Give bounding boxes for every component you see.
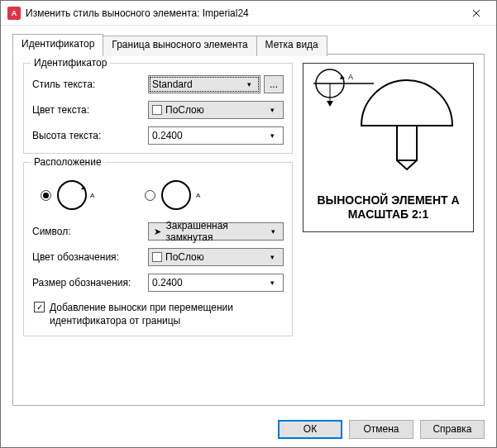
arrangement-option-1[interactable]: A	[41, 178, 95, 212]
mark-size-combo[interactable]: 0.2400 ▾	[148, 274, 284, 292]
arrangement-option-2[interactable]: A	[145, 178, 203, 212]
preview-pane: A ВЫНОСНОЙ ЭЛЕМЕНТ A МАСШТАБ 2:1	[303, 63, 474, 232]
text-style-browse-button[interactable]: ...	[264, 75, 284, 93]
add-leader-label: Добавление выноски при перемещении идент…	[50, 301, 284, 327]
chevron-down-icon: ▾	[265, 279, 280, 287]
tab-identifier[interactable]: Идентификатор	[12, 34, 103, 55]
text-style-label: Стиль текста:	[32, 79, 148, 90]
radio-icon	[41, 190, 51, 201]
mark-size-value: 0.2400	[152, 277, 183, 288]
mark-color-combo[interactable]: ПоСлою ▾	[148, 248, 284, 266]
preview-illustration: A	[303, 64, 465, 188]
left-column: Идентификатор Стиль текста: Standard ▾ .…	[23, 63, 293, 397]
arrangement-radio-row: A A	[32, 174, 284, 222]
mark-color-label: Цвет обозначения:	[32, 251, 148, 263]
text-height-label: Высота текста:	[32, 130, 148, 141]
svg-point-2	[162, 181, 190, 209]
ok-button[interactable]: ОК	[278, 420, 342, 439]
tab-view-label[interactable]: Метка вида	[256, 36, 327, 56]
tab-boundary[interactable]: Граница выносного элемента	[103, 36, 256, 56]
group-identifier-legend: Идентификатор	[31, 57, 110, 69]
add-leader-checkbox[interactable]: ✓	[34, 302, 45, 312]
mark-size-label: Размер обозначения:	[32, 277, 148, 288]
cancel-button[interactable]: Отмена	[349, 420, 413, 439]
group-placement: Расположение A	[23, 162, 293, 336]
text-color-value: ПоСлою	[165, 104, 204, 116]
help-button[interactable]: Справка	[420, 420, 485, 439]
text-color-label: Цвет текста:	[32, 104, 148, 116]
tab-panel: Идентификатор Стиль текста: Standard ▾ .…	[12, 54, 485, 406]
chevron-down-icon: ▾	[265, 131, 280, 140]
content-area: Идентификатор Граница выносного элемента…	[1, 26, 496, 411]
svg-text:A: A	[348, 73, 353, 81]
svg-text:A: A	[196, 192, 201, 199]
svg-point-0	[58, 181, 86, 209]
radio-icon	[145, 190, 155, 201]
dialog-window: A Изменить стиль выносного элемента: Imp…	[0, 0, 497, 448]
text-height-value: 0.2400	[152, 130, 183, 141]
chevron-down-icon: ▾	[242, 80, 256, 88]
text-style-value: Standard	[152, 79, 193, 90]
symbol-combo[interactable]: ➤ Закрашенная замкнутая ▾	[148, 222, 284, 241]
group-identifier: Идентификатор Стиль текста: Standard ▾ .…	[23, 63, 293, 154]
chevron-down-icon: ▾	[265, 106, 280, 114]
tab-strip: Идентификатор Граница выносного элемента…	[12, 34, 485, 55]
window-title: Изменить стиль выносного элемента: Imper…	[26, 7, 457, 19]
chevron-down-icon: ▾	[265, 253, 280, 261]
bylayer-swatch-icon	[152, 105, 162, 115]
app-icon: A	[7, 7, 21, 20]
close-icon	[472, 9, 480, 17]
circle-with-arrow-label-icon: A	[55, 178, 95, 212]
svg-text:A: A	[90, 192, 95, 199]
preview-line2: МАСШТАБ 2:1	[303, 207, 473, 222]
titlebar: A Изменить стиль выносного элемента: Imp…	[1, 1, 496, 26]
closed-filled-arrow-icon: ➤	[152, 226, 163, 237]
circle-label-outside-icon: A	[160, 178, 203, 212]
svg-rect-8	[397, 126, 417, 160]
symbol-value: Закрашенная замкнутая	[166, 220, 267, 243]
text-color-combo[interactable]: ПоСлою ▾	[148, 101, 284, 119]
symbol-label: Символ:	[32, 226, 148, 237]
close-button[interactable]	[457, 2, 495, 25]
mark-color-value: ПоСлою	[165, 251, 204, 263]
group-placement-legend: Расположение	[31, 156, 105, 168]
text-style-combo[interactable]: Standard ▾	[148, 75, 260, 93]
dialog-footer: ОК Отмена Справка	[1, 411, 496, 447]
text-height-combo[interactable]: 0.2400 ▾	[148, 126, 284, 145]
bylayer-swatch-icon	[152, 252, 162, 262]
preview-line1: ВЫНОСНОЙ ЭЛЕМЕНТ A	[303, 193, 473, 207]
chevron-down-icon: ▾	[267, 227, 280, 236]
